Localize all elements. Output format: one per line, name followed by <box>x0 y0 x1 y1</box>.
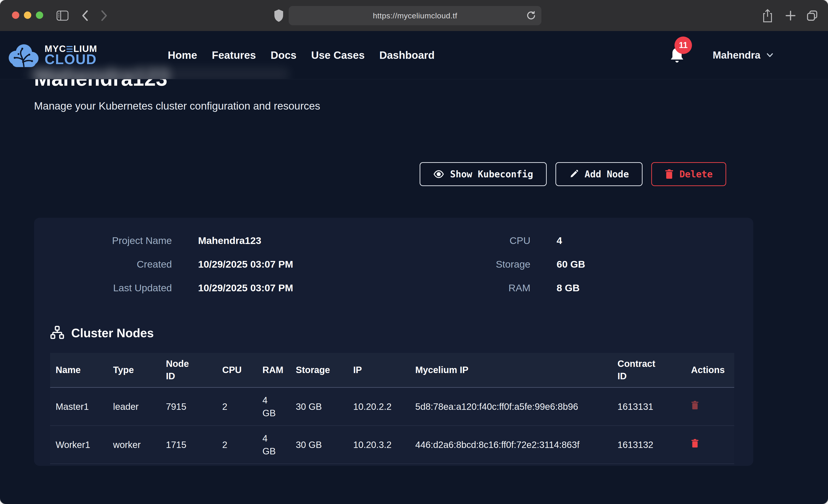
nav-link-home[interactable]: Home <box>168 49 197 61</box>
ram-label: RAM <box>429 282 530 294</box>
trash-icon <box>665 169 673 179</box>
privacy-shield-icon[interactable] <box>273 0 285 31</box>
col-mycelium-ip: Mycelium IP <box>410 353 612 387</box>
table-header-row: Name Type Node ID CPU RAM Storage IP Myc… <box>50 353 734 387</box>
url-text: https://myceliumcloud.tf <box>373 11 457 20</box>
cluster-actions-row: Show Kubeconfig Add Node Delete <box>34 162 726 186</box>
nav-link-docs[interactable]: Docs <box>271 49 296 61</box>
notification-count-badge: 11 <box>674 37 692 54</box>
cluster-nodes-heading: Cluster Nodes <box>50 326 734 340</box>
cell-actions <box>686 426 734 464</box>
table-row: Master1 leader 7915 2 4 GB 30 GB 10.20.2… <box>50 387 734 426</box>
browser-chrome: https://myceliumcloud.tf <box>0 0 828 31</box>
col-type: Type <box>108 353 160 387</box>
ram-value: 8 GB <box>530 282 734 294</box>
nav-link-use-cases[interactable]: Use Cases <box>311 49 365 61</box>
delete-label: Delete <box>679 169 713 179</box>
eye-icon <box>433 169 444 180</box>
cell-contract-id: 1613131 <box>612 387 686 426</box>
delete-cluster-button[interactable]: Delete <box>651 162 727 186</box>
show-kubeconfig-label: Show Kubeconfig <box>450 169 533 179</box>
trash-icon <box>691 439 699 448</box>
col-name: Name <box>50 353 108 387</box>
nav-link-dashboard[interactable]: Dashboard <box>379 49 434 61</box>
pencil-icon <box>569 169 579 179</box>
mycelium-cloud-logo[interactable]: MYC☰LIUM CLOUD <box>6 31 97 79</box>
cluster-details-card: Project Name Mahendra123 CPU 4 Created 1… <box>34 218 753 466</box>
col-storage: Storage <box>290 353 348 387</box>
add-node-button[interactable]: Add Node <box>555 162 643 186</box>
address-bar[interactable]: https://myceliumcloud.tf <box>289 6 541 25</box>
cell-type: leader <box>108 387 160 426</box>
cell-storage: 30 GB <box>290 387 348 426</box>
forward-button[interactable] <box>98 0 110 31</box>
cpu-label: CPU <box>429 235 530 246</box>
user-menu[interactable]: Mahendra <box>713 49 773 61</box>
col-node-id: Node ID <box>160 353 217 387</box>
add-node-label: Add Node <box>585 169 629 179</box>
last-updated-label: Last Updated <box>50 282 172 294</box>
cpu-value: 4 <box>530 235 734 246</box>
cell-storage: 30 GB <box>290 426 348 464</box>
col-ip: IP <box>348 353 410 387</box>
cluster-nodes-title: Cluster Nodes <box>71 326 154 340</box>
sidebar-toggle-icon[interactable] <box>55 0 70 31</box>
page-content: Mahendra123 Manage your Kubernetes clust… <box>0 67 828 466</box>
table-row: Worker1 worker 1715 2 4 GB 30 GB 10.20.3… <box>50 426 734 464</box>
cell-node-id: 7915 <box>160 387 217 426</box>
browser-window: https://myceliumcloud.tf Mahendra123 <box>0 0 828 504</box>
col-actions: Actions <box>686 353 734 387</box>
cell-cpu: 2 <box>217 387 257 426</box>
cell-node-id: 1715 <box>160 426 217 464</box>
reload-icon[interactable] <box>525 6 537 25</box>
user-name: Mahendra <box>713 49 760 61</box>
last-updated-value: 10/29/2025 03:07 PM <box>172 282 429 294</box>
cell-ip: 10.20.2.2 <box>348 387 410 426</box>
project-name-value: Mahendra123 <box>172 235 429 246</box>
col-ram: RAM <box>257 353 290 387</box>
cell-mycelium-ip: 5d8:78ea:a120:f40c:ff0f:a5fe:99e6:8b96 <box>410 387 612 426</box>
chevron-down-icon <box>767 53 773 57</box>
cell-cpu: 2 <box>217 426 257 464</box>
cell-ram: 4 GB <box>257 387 290 426</box>
col-cpu: CPU <box>217 353 257 387</box>
logo-text: MYC☰LIUM CLOUD <box>45 44 97 67</box>
delete-node-button[interactable] <box>691 401 699 411</box>
col-contract-id: Contract ID <box>612 353 686 387</box>
back-button[interactable] <box>79 0 91 31</box>
storage-value: 60 GB <box>530 259 734 270</box>
new-tab-icon[interactable] <box>784 0 797 31</box>
created-label: Created <box>50 259 172 270</box>
delete-node-button[interactable] <box>691 439 699 449</box>
storage-label: Storage <box>429 259 530 270</box>
cloud-logo-icon <box>6 42 41 69</box>
show-kubeconfig-button[interactable]: Show Kubeconfig <box>420 162 547 186</box>
cell-name: Master1 <box>50 387 108 426</box>
tab-overview-icon[interactable] <box>806 0 819 31</box>
minimize-window-button[interactable] <box>24 11 31 19</box>
project-name-label: Project Name <box>50 235 172 246</box>
cell-name: Worker1 <box>50 426 108 464</box>
cell-actions <box>686 387 734 426</box>
notifications-bell[interactable]: 11 <box>669 46 685 64</box>
cluster-nodes-table: Name Type Node ID CPU RAM Storage IP Myc… <box>50 353 734 464</box>
trash-icon <box>691 401 699 410</box>
project-info-grid: Project Name Mahendra123 CPU 4 Created 1… <box>50 235 734 294</box>
cell-contract-id: 1613132 <box>612 426 686 464</box>
cell-ram: 4 GB <box>257 426 290 464</box>
page-subtitle: Manage your Kubernetes cluster configura… <box>34 100 753 112</box>
network-nodes-icon <box>50 326 64 340</box>
site-navbar: Mahendra123 MYC☰LIUM CLOUD <box>0 31 828 79</box>
nav-right: 11 Mahendra <box>669 31 773 79</box>
created-value: 10/29/2025 03:07 PM <box>172 259 429 270</box>
cell-ip: 10.20.3.2 <box>348 426 410 464</box>
cell-mycelium-ip: 446:d2a6:8bcd:8c16:ff0f:72e2:3114:863f <box>410 426 612 464</box>
cell-type: worker <box>108 426 160 464</box>
close-window-button[interactable] <box>12 11 19 19</box>
nav-link-features[interactable]: Features <box>212 49 256 61</box>
share-icon[interactable] <box>761 0 774 31</box>
zoom-window-button[interactable] <box>36 11 43 19</box>
nav-links: Home Features Docs Use Cases Dashboard <box>168 31 434 79</box>
